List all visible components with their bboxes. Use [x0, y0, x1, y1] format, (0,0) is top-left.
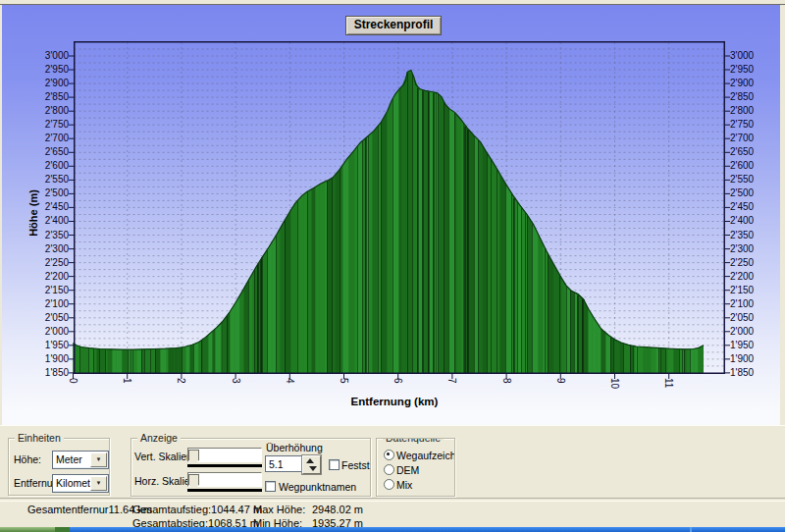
y-tick-label-left: 2'050 [27, 312, 69, 324]
radio-dem[interactable] [384, 464, 394, 475]
chart-title: Streckenprofil [345, 16, 442, 35]
x-tick-label: 6 [392, 378, 403, 403]
radio-mix-label: Mix [396, 480, 412, 491]
y-tick-label-right: 2'450 [730, 201, 771, 213]
controls-panel: Einheiten Höhe: Meter ▼ Entfernung: Kilo… [0, 425, 785, 532]
radio-wegaufzeichnung-label: Wegaufzeichn [396, 451, 455, 461]
y-tick-label-right: 1'900 [730, 353, 771, 365]
y-tick-label-left: 2'550 [27, 174, 69, 186]
group-anzeige-title: Anzeige [137, 432, 181, 444]
elevation-profile-plot [68, 41, 731, 383]
y-tick-label-left: 2'400 [27, 215, 69, 227]
x-tick-label: 8 [501, 378, 512, 403]
y-tick-label-right: 2'600 [730, 160, 771, 172]
y-tick-label-right: 2'550 [730, 174, 771, 186]
group-einheiten: Einheiten Höhe: Meter ▼ Entfernung: Kilo… [8, 438, 110, 496]
group-datenquelle-title: Datenquelle [383, 438, 444, 444]
status-gesamtaufstieg: Gesamtaufstieg:1044.47 m [132, 504, 262, 515]
y-tick-label-left: 1'950 [27, 340, 69, 351]
y-tick-label-left: 2'300 [27, 243, 69, 255]
y-tick-label-left: 2'600 [27, 160, 69, 172]
y-tick-label-left: 2'200 [27, 271, 69, 283]
ueberhoehung-spinner[interactable] [302, 455, 321, 474]
y-tick-label-left: 2'900 [27, 78, 69, 89]
spin-up-icon[interactable] [306, 458, 314, 463]
y-tick-label-left: 2'000 [27, 326, 69, 338]
hoehe-unit-value: Meter [56, 453, 82, 465]
y-tick-label-left: 2'500 [27, 187, 69, 199]
festst-checkbox[interactable] [329, 459, 340, 470]
y-tick-label-right: 1'950 [730, 340, 771, 351]
y-tick-label-right: 2'050 [730, 312, 771, 324]
y-tick-label-left: 2'750 [27, 119, 69, 131]
spin-down-icon[interactable] [309, 466, 317, 471]
y-tick-label-left: 1'900 [27, 353, 69, 365]
taskbar-start-fragment [0, 527, 55, 532]
ueberhoehung-input[interactable]: 5.1 [265, 455, 303, 472]
radio-dem-label: DEM [396, 465, 419, 476]
y-tick-label-left: 2'850 [27, 91, 69, 103]
group-anzeige: Anzeige Vert. Skalieru. Horz. Skalien Üb… [131, 438, 371, 497]
entfernung-unit-combobox[interactable]: Kilometer ▼ [52, 474, 109, 493]
y-tick-label-right: 2'650 [730, 146, 771, 158]
x-tick-label: 0 [68, 378, 78, 403]
y-tick-label-left: 2'700 [27, 133, 69, 144]
y-tick-label-left: 2'450 [27, 201, 69, 213]
x-tick-label: 3 [231, 378, 241, 403]
y-tick-label-left: 2'950 [27, 64, 69, 76]
chevron-down-icon[interactable]: ▼ [90, 476, 107, 491]
wegpunktnamen-label: Wegpunktnamen [279, 482, 356, 493]
y-tick-label-right: 2'750 [730, 119, 771, 131]
y-tick-label-right: 2'850 [730, 91, 771, 103]
radio-wegaufzeichnung[interactable] [384, 450, 394, 460]
taskbar-divider [690, 527, 692, 532]
y-tick-label-right: 2'700 [730, 133, 771, 144]
ueberhoehung-label: Überhöhung [266, 443, 323, 453]
x-tick-label: 9 [555, 378, 566, 403]
taskbar-sliver[interactable] [0, 527, 785, 532]
status-max-hoehe-label: Max Höhe: [253, 504, 305, 515]
x-tick-label: 1 [122, 378, 132, 403]
y-tick-label-right: 2'150 [730, 285, 771, 296]
hoehe-unit-combobox[interactable]: Meter ▼ [52, 451, 109, 469]
chevron-down-icon[interactable]: ▼ [90, 452, 107, 467]
radio-selected-dot [387, 452, 390, 455]
y-tick-label-right: 2'950 [730, 64, 771, 76]
y-tick-label-left: 2'650 [27, 146, 69, 158]
y-tick-label-right: 1'850 [730, 367, 771, 379]
y-tick-label-right: 2'100 [730, 298, 771, 310]
group-datenquelle: Datenquelle Wegaufzeichn DEM Mix [376, 438, 455, 497]
horz-slider-scale-bar [187, 489, 262, 492]
x-tick-label: 10 [609, 378, 620, 403]
y-tick-label-right: 2'350 [730, 230, 771, 241]
wegpunktnamen-checkbox[interactable] [265, 481, 276, 492]
y-tick-label-left: 2'100 [27, 298, 69, 310]
y-tick-label-right: 2'000 [730, 326, 771, 338]
x-tick-label: 11 [663, 378, 674, 403]
y-tick-label-right: 2'300 [730, 243, 771, 255]
radio-mix[interactable] [384, 479, 394, 490]
y-tick-label-left: 2'350 [27, 230, 69, 241]
x-tick-label: 2 [176, 378, 186, 403]
y-tick-label-right: 2'400 [730, 215, 771, 227]
statusbar-divider [0, 498, 785, 502]
y-tick-label-left: 2'800 [27, 105, 69, 117]
y-tick-label-left: 2'150 [27, 285, 69, 296]
y-tick-label-right: 2'500 [730, 187, 771, 199]
x-tick-label: 7 [446, 378, 457, 403]
vert-slider-scale-bar [187, 464, 262, 467]
y-tick-label-left: 3'000 [27, 50, 69, 62]
y-tick-label-right: 2'800 [730, 105, 771, 117]
x-tick-label: 5 [339, 378, 349, 403]
y-tick-label-left: 2'250 [27, 257, 69, 269]
x-tick-label: 4 [285, 378, 295, 403]
hoehe-label: Höhe: [14, 454, 41, 465]
y-tick-label-right: 2'900 [730, 78, 771, 89]
festst-label: Festst [341, 460, 370, 471]
taskbar-start-edge [55, 527, 70, 532]
y-tick-label-right: 3'000 [730, 50, 771, 62]
y-tick-label-left: 1'850 [27, 367, 69, 379]
streckenprofil-window: { "window": { "title": "Streckenprofil" … [0, 0, 785, 532]
status-max-hoehe-value: 2948.02 m [312, 504, 363, 515]
y-tick-label-right: 2'250 [730, 257, 771, 269]
